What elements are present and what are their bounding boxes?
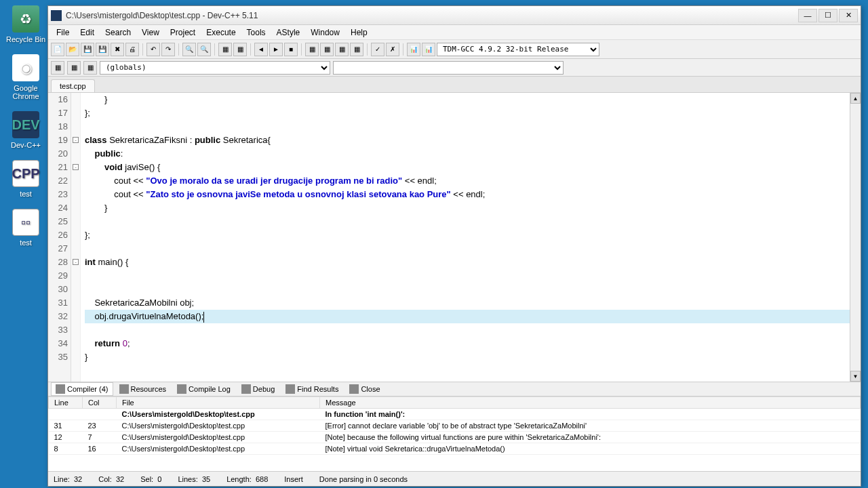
rebuild-button[interactable]: ▦ (350, 43, 363, 56)
status-parse: Done parsing in 0 seconds (319, 475, 408, 483)
tab-compile-log[interactable]: Compile Log (172, 382, 235, 396)
redo-button[interactable]: ↷ (161, 43, 175, 56)
toggle-button[interactable]: ▦ (67, 61, 81, 75)
new-file-button[interactable]: 📄 (51, 43, 64, 56)
menu-window[interactable]: Window (305, 26, 345, 39)
desktop-icon-label: Recycle Bin (6, 35, 45, 43)
compiler-select[interactable]: TDM-GCC 4.9.2 32-bit Release (437, 43, 599, 56)
debug-x-button[interactable]: ✗ (386, 43, 399, 56)
goto-button[interactable]: ▦ (51, 61, 64, 75)
scroll-down-icon[interactable]: ▼ (850, 371, 861, 382)
replace-button[interactable]: 🔍 (197, 43, 211, 56)
close-button[interactable]: ✕ (839, 9, 858, 22)
run-icon-button[interactable]: ▦ (320, 43, 334, 56)
desktop-icons: ♻Recycle Bin ◉Google Chrome DEVDev-C++ C… (5, 5, 46, 247)
col-col[interactable]: Col (83, 397, 117, 409)
toolbar-separator (250, 43, 251, 56)
minimize-button[interactable]: — (798, 9, 817, 22)
toggle2-button[interactable]: ▦ (83, 61, 97, 75)
compiler-row[interactable]: 816C:\Users\mistergold\Desktop\test.cpp[… (49, 443, 861, 455)
scroll-up-icon[interactable]: ▲ (850, 93, 861, 104)
window-title: C:\Users\mistergold\Desktop\test.cpp - D… (66, 11, 798, 20)
status-length: Length: 688 (226, 475, 268, 483)
tab-label: Compiler (4) (67, 385, 108, 393)
desktop-icon-devcpp[interactable]: DEVDev-C++ (5, 111, 46, 149)
find-icon (285, 384, 295, 394)
profile2-button[interactable]: 📊 (422, 43, 435, 56)
toolbar-main: 📄 📂 💾 💾 ✖ 🖨 ↶ ↷ 🔍 🔍 ▦ ▦ ◄ ► ■ ▦ ▦ ▦ ▦ ✓ … (48, 40, 861, 59)
status-line: Line: 32 (54, 475, 82, 483)
status-sel: Sel: 0 (140, 475, 161, 483)
recycle-icon: ♻ (12, 5, 39, 33)
file-tabs: test.cpp (48, 77, 861, 93)
menu-tools[interactable]: Tools (241, 26, 271, 39)
menu-project[interactable]: Project (165, 26, 201, 39)
menu-edit[interactable]: Edit (75, 26, 100, 39)
open-button[interactable]: 📂 (66, 43, 79, 56)
print-button[interactable]: 🖨 (125, 43, 139, 56)
desktop-icon-chrome[interactable]: ◉Google Chrome (5, 54, 46, 100)
titlebar[interactable]: C:\Users\mistergold\Desktop\test.cpp - D… (48, 6, 861, 25)
compile-button[interactable]: ▦ (218, 43, 232, 56)
exe-file-icon: ▫▫ (12, 209, 39, 236)
tab-label: Close (361, 385, 380, 393)
menu-search[interactable]: Search (100, 26, 136, 39)
compiler-icon (56, 384, 65, 394)
scope-bar: ▦ ▦ ▦ (globals) (48, 59, 861, 77)
tab-find-results[interactable]: Find Results (281, 382, 343, 396)
menu-help[interactable]: Help (345, 26, 373, 39)
desktop-icon-recycle[interactable]: ♻Recycle Bin (5, 5, 46, 43)
maximize-button[interactable]: ☐ (818, 9, 837, 22)
save-all-button[interactable]: 💾 (96, 43, 109, 56)
compile-icon-button[interactable]: ▦ (305, 43, 319, 56)
cpp-file-icon: CPP (12, 160, 39, 187)
line-gutter: 1617181920212223242526272829303132333435 (48, 93, 71, 382)
menu-view[interactable]: View (136, 26, 165, 39)
compiler-row[interactable]: 127C:\Users\mistergold\Desktop\test.cpp[… (49, 432, 861, 443)
editor-area: 1617181920212223242526272829303132333435… (48, 93, 861, 382)
desktop-icon-file-cpp[interactable]: CPPtest (5, 160, 46, 198)
statusbar: Line: 32 Col: 32 Sel: 0 Lines: 35 Length… (48, 471, 861, 486)
file-tab-test[interactable]: test.cpp (51, 79, 95, 92)
compile-run-button[interactable]: ▦ (335, 43, 349, 56)
nav-back-button[interactable]: ◄ (254, 43, 268, 56)
debug-check-button[interactable]: ✓ (371, 43, 384, 56)
status-lines: Lines: 35 (178, 475, 210, 483)
tab-label: Debug (253, 385, 275, 393)
toolbar-separator (301, 43, 302, 56)
menu-file[interactable]: File (51, 26, 75, 39)
profile-button[interactable]: 📊 (407, 43, 420, 56)
desktop-icon-file-exe[interactable]: ▫▫test (5, 209, 46, 247)
compiler-row[interactable]: C:\Users\mistergold\Desktop\test.cppIn f… (49, 409, 861, 420)
compiler-panel: Line Col File Message C:\Users\mistergol… (48, 396, 861, 471)
close-file-button[interactable]: ✖ (111, 43, 124, 56)
nav-fwd-button[interactable]: ► (269, 43, 283, 56)
vertical-scrollbar[interactable]: ▲ ▼ (850, 93, 861, 382)
toolbar-separator (367, 43, 368, 56)
chrome-icon: ◉ (12, 54, 39, 81)
col-file[interactable]: File (117, 397, 320, 409)
globals-select[interactable]: (globals) (100, 61, 330, 75)
desktop-icon-label: test (20, 190, 32, 198)
col-message[interactable]: Message (320, 397, 861, 409)
menu-execute[interactable]: Execute (201, 26, 241, 39)
app-icon (51, 10, 62, 21)
tab-close[interactable]: Close (344, 382, 384, 396)
menu-astyle[interactable]: AStyle (271, 26, 306, 39)
undo-button[interactable]: ↶ (146, 43, 160, 56)
functions-select[interactable] (333, 61, 564, 75)
close-icon (349, 384, 359, 394)
desktop-icon-label: Dev-C++ (11, 141, 41, 149)
tab-debug[interactable]: Debug (237, 382, 279, 396)
find-button[interactable]: 🔍 (182, 43, 196, 56)
run-button[interactable]: ▦ (233, 43, 247, 56)
tab-compiler[interactable]: Compiler (4) (51, 382, 113, 396)
tab-resources[interactable]: Resources (115, 382, 172, 396)
code-editor[interactable]: }};class SekretaricaZaFiksni : public Se… (81, 93, 861, 382)
save-button[interactable]: 💾 (81, 43, 94, 56)
col-line[interactable]: Line (49, 397, 83, 409)
status-mode: Insert (284, 475, 303, 483)
debug-icon (241, 384, 251, 394)
compiler-row[interactable]: 3123C:\Users\mistergold\Desktop\test.cpp… (49, 420, 861, 432)
bookmark-button[interactable]: ■ (284, 43, 298, 56)
